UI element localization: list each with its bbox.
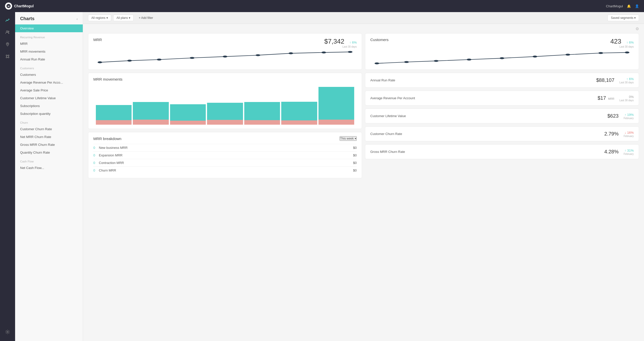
breakdown-row-contraction: 0 Contraction MRR $0	[93, 159, 357, 166]
svg-point-16	[157, 59, 162, 61]
sidebar-item-subscriptions[interactable]: Subscriptions	[15, 102, 83, 110]
annual-run-rate-right: $88,107 ↑ 6% Last 30 days	[596, 77, 634, 84]
sidebar-icon-users[interactable]	[3, 27, 13, 37]
annual-run-rate-change: ↑ 6%	[626, 77, 634, 81]
sidebar-section-cash-flow: Cash Flow	[15, 156, 83, 164]
chevron-down-icon: ▾	[129, 16, 130, 20]
bar-group-4	[207, 84, 243, 125]
bar-group-5	[244, 84, 280, 125]
gross-mrr-churn-change-block: ↑ 31% February	[624, 148, 634, 155]
svg-point-5	[6, 55, 7, 56]
breakdown-row-churn: 0 Churn MRR $0	[93, 166, 357, 174]
svg-text:M: M	[8, 5, 10, 8]
clv-value: $623	[607, 113, 619, 119]
svg-point-2	[6, 31, 8, 32]
all-regions-btn[interactable]: All regions ▾	[88, 15, 111, 21]
sidebar-icon-integrations[interactable]	[3, 51, 13, 61]
all-plans-btn[interactable]: All plans ▾	[113, 15, 134, 21]
gross-mrr-churn-value: 4.28%	[604, 149, 619, 155]
logo-icon: M	[5, 3, 12, 10]
annual-run-rate-title: Annual Run Rate	[370, 78, 395, 82]
sidebar-item-overview[interactable]: Overview	[15, 24, 83, 32]
mrr-card-change: ↑ 6%	[349, 41, 357, 44]
sidebar-icon-charts[interactable]	[3, 15, 13, 25]
breakdown-title: MRR breakdown	[93, 137, 122, 141]
arpa-change-block: 0% Last 30 days	[619, 94, 634, 102]
mrr-movements-title: MRR movements	[93, 77, 357, 81]
content-area: All regions ▾ All plans ▾ + Add filter S…	[83, 12, 644, 341]
sidebar-section-customers: Customers	[15, 63, 83, 71]
customers-card-change: ↑ 6%	[626, 41, 634, 44]
breakdown-header: MRR breakdown This week ▾	[93, 136, 357, 141]
bar-group-7	[318, 84, 354, 125]
sidebar-item-customers[interactable]: Customers	[15, 71, 83, 79]
annual-run-rate-card: Annual Run Rate $88,107 ↑ 6% Last 30 day…	[365, 73, 639, 88]
logo-text: ChartMogul	[14, 4, 34, 8]
customer-churn-rate-period: February	[624, 135, 634, 138]
svg-point-8	[8, 57, 9, 58]
mrr-card: MRR $7,342 ↑ 6% Last 30 days	[88, 33, 362, 70]
clv-right: $623 ↑ 19% February	[607, 112, 634, 120]
svg-point-19	[256, 54, 260, 56]
sidebar-item-arpa[interactable]: Average Revenue Per Acco...	[15, 79, 83, 86]
svg-point-15	[127, 60, 132, 62]
svg-point-14	[98, 61, 102, 63]
customer-churn-rate-right: 2.79% ↓ 16% February	[604, 130, 634, 138]
sidebar-item-quantity-churn[interactable]: Quantity Churn Rate	[15, 149, 83, 156]
filter-right: Saved segments ▾	[608, 15, 639, 21]
sidebar-item-mrr-movements[interactable]: MRR movements	[15, 48, 83, 55]
bar-group-3	[170, 84, 206, 125]
clv-title: Customer Lifetime Value	[370, 114, 406, 118]
svg-point-4	[7, 43, 8, 44]
customers-card: Customers 423 ↑ 6% Last 30 days	[365, 33, 639, 70]
sidebar-icon-location[interactable]	[3, 39, 13, 49]
svg-point-27	[500, 57, 504, 59]
arpa-right: $17 MRR 0% Last 30 days	[597, 94, 634, 102]
clv-change-block: ↑ 19% February	[624, 112, 634, 120]
sidebar-item-net-mrr-churn[interactable]: Net MRR Churn Rate	[15, 133, 83, 141]
clv-card: Customer Lifetime Value $623 ↑ 19% Febru…	[365, 109, 639, 123]
saved-segments-btn[interactable]: Saved segments ▾	[608, 15, 639, 21]
chevron-down-icon: ▾	[355, 137, 356, 140]
breakdown-period-btn[interactable]: This week ▾	[340, 136, 357, 141]
sidebar-item-mrr[interactable]: MRR	[15, 40, 83, 48]
arpa-unit: MRR	[608, 97, 614, 100]
arpa-value-group: $17 MRR	[597, 95, 614, 101]
sidebar-item-net-cash-flow[interactable]: Net Cash Flow...	[15, 164, 83, 172]
bell-icon[interactable]: 🔔	[627, 4, 631, 8]
mrr-movements-card: MRR movements	[88, 73, 362, 129]
sidebar-item-asp[interactable]: Average Sale Price	[15, 86, 83, 94]
bar-group-2	[133, 84, 169, 125]
mrr-line-chart	[93, 48, 357, 64]
annual-run-rate-period: Last 30 days	[619, 81, 634, 84]
svg-point-26	[467, 59, 471, 61]
gross-mrr-churn-period: February	[624, 153, 634, 155]
sidebar-header: Charts ‹	[15, 12, 83, 24]
breakdown-row-new-business: 0 New business MRR $0	[93, 144, 357, 151]
sidebar-item-annual-run-rate[interactable]: Annual Run Rate	[15, 55, 83, 63]
left-sidebar: Charts ‹ Overview Recurring Revenue MRR …	[15, 12, 83, 341]
clv-change: ↑ 19%	[625, 113, 634, 117]
sidebar-item-customer-churn-rate[interactable]: Customer Churn Rate	[15, 125, 83, 133]
sidebar-item-clv[interactable]: Customer Lifetime Value	[15, 94, 83, 102]
sidebar-item-gross-mrr-churn[interactable]: Gross MRR Churn Rate	[15, 141, 83, 149]
topnav-right: ChartMogul 🔔 👤	[606, 4, 639, 8]
svg-point-31	[625, 52, 629, 54]
mrr-card-title: MRR	[93, 38, 102, 42]
add-filter-btn[interactable]: + Add filter	[136, 15, 156, 21]
settings-gear-icon[interactable]: ⚙	[635, 26, 639, 31]
mrr-card-period: Last 30 days	[324, 45, 357, 48]
svg-point-20	[289, 52, 293, 54]
sidebar-icon-settings[interactable]	[3, 327, 13, 337]
breakdown-row-expansion: 0 Expansion MRR $0	[93, 151, 357, 159]
sidebar-collapse-btn[interactable]: ‹	[76, 17, 78, 21]
logo: M ChartMogul	[5, 3, 34, 10]
svg-point-21	[321, 52, 326, 54]
svg-point-22	[348, 51, 352, 53]
gross-mrr-churn-right: 4.28% ↑ 31% February	[604, 148, 634, 155]
sidebar-item-subscription-quantity[interactable]: Subscription quantity	[15, 110, 83, 118]
topnav: M ChartMogul ChartMogul 🔔 👤	[0, 0, 644, 12]
gross-mrr-churn-card: Gross MRR Churn Rate 4.28% ↑ 31% Februar…	[365, 144, 639, 159]
user-icon[interactable]: 👤	[635, 4, 639, 8]
svg-point-17	[190, 57, 194, 59]
